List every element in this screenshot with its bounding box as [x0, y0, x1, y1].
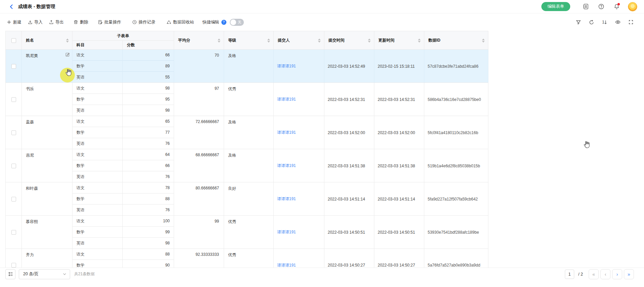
operation-log-button[interactable]: 操作记录: [132, 19, 155, 25]
row-checkbox[interactable]: [11, 97, 16, 102]
submitter-link[interactable]: 谭谭谭191: [277, 196, 296, 202]
refresh-icon[interactable]: [589, 20, 594, 25]
import-button[interactable]: 导入: [28, 19, 43, 25]
page-title: 成绩表 - 数据管理: [18, 4, 55, 10]
data-id-cell: 519b1a4e6d2f8c85038b015b: [424, 149, 488, 182]
submitter-link[interactable]: 谭谭谭191: [277, 63, 296, 69]
history-icon: [132, 20, 137, 24]
edit-form-button[interactable]: 编辑表单: [541, 2, 570, 11]
submit-time-cell: 2022-03-03 14:50:51: [324, 216, 374, 249]
data-id-cell: 586b4a736c16e7cd28875be0: [424, 83, 488, 116]
page-size-select[interactable]: 20 条/页: [19, 269, 70, 279]
new-button[interactable]: 新建: [7, 19, 21, 25]
student-name: 齐力: [26, 252, 34, 257]
average-cell: 99: [174, 216, 224, 249]
student-name: 凯尼昊: [26, 53, 38, 58]
recycle-bin-button[interactable]: 数据回收站: [166, 19, 194, 25]
header-update-time[interactable]: 更新时间: [374, 31, 424, 50]
score-column: 646676: [123, 149, 174, 182]
fullscreen-icon[interactable]: [629, 20, 633, 24]
student-name: 慕容熙: [26, 219, 38, 224]
bell-icon[interactable]: [613, 3, 620, 10]
export-button[interactable]: 导出: [49, 19, 64, 25]
pagination: 1 / 2 « ‹ › »: [565, 269, 634, 279]
subject-cell: 英语: [72, 72, 122, 83]
quick-edit-toggle[interactable]: 关: [230, 19, 244, 26]
row-checkbox[interactable]: [11, 164, 16, 168]
back-chevron-icon[interactable]: [8, 3, 15, 10]
score-cell: 95: [123, 94, 174, 105]
submitter-link[interactable]: 谭谭谭191: [277, 97, 296, 102]
row-height-icon[interactable]: [5, 269, 15, 279]
batch-operations-button[interactable]: 批量操作: [98, 19, 121, 25]
row-select-cell: [6, 249, 22, 268]
row-checkbox[interactable]: [11, 197, 16, 202]
row-checkbox[interactable]: [11, 64, 16, 69]
header-name[interactable]: 姓名: [22, 31, 72, 50]
help-icon[interactable]: [598, 3, 604, 10]
sort-icon[interactable]: [267, 39, 270, 43]
grade-cell: 优秀: [224, 249, 274, 268]
grade-cell: 优秀: [224, 216, 274, 249]
header-average[interactable]: 平均分: [174, 31, 224, 50]
delete-button[interactable]: 删除: [73, 19, 88, 25]
row-checkbox[interactable]: [11, 230, 16, 235]
submitter-link[interactable]: 谭谭谭191: [277, 263, 296, 268]
score-column: 788876: [123, 182, 174, 216]
sort-icon[interactable]: [418, 39, 421, 43]
subject-cell: 英语: [72, 105, 122, 116]
toolbar: 新建 导入 导出 删除 批量操作 操作记录 数据回收站 快捷编辑 ?: [0, 13, 644, 31]
subject-column: 语文数学英语: [72, 116, 123, 149]
score-cell: 100: [123, 216, 174, 227]
submitter-link[interactable]: 谭谭谭191: [277, 130, 296, 135]
contacts-icon[interactable]: [582, 3, 589, 10]
sort-order-icon[interactable]: 1: [602, 20, 607, 24]
subject-column: 语文数学英语: [72, 83, 123, 116]
sort-icon[interactable]: [482, 39, 485, 43]
score-cell: 98: [123, 83, 174, 94]
average-cell: 80.66666667: [174, 182, 224, 216]
header-data-id[interactable]: 数据ID: [424, 31, 488, 50]
subject-cell: 英语: [72, 205, 122, 216]
avatar[interactable]: [628, 2, 637, 11]
table-row: 盖聂 语文数学英语 657776 72.66666667 及格 谭谭谭191 2…: [5, 116, 488, 149]
name-cell: 吉尼: [22, 149, 72, 182]
grade-cell: 及格: [224, 50, 274, 83]
update-time-cell: 2022-03-03 14:50:51: [374, 216, 424, 249]
subject-cell: 数学: [72, 61, 122, 72]
row-checkbox[interactable]: [11, 130, 16, 135]
submitter-cell: 谭谭谭191: [274, 182, 324, 216]
submitter-link[interactable]: 谭谭谭191: [277, 229, 296, 235]
prev-page-button[interactable]: ‹: [600, 269, 610, 279]
last-page-button[interactable]: »: [624, 269, 634, 279]
subject-cell: 语文: [72, 50, 122, 61]
current-page-input[interactable]: 1: [565, 270, 574, 279]
submitter-link[interactable]: 谭谭谭191: [277, 163, 296, 169]
data-id-cell: 5a76fd7a527ab0e890b3a9dd: [424, 249, 488, 268]
filter-icon[interactable]: [576, 20, 581, 25]
header-submitter[interactable]: 提交人: [274, 31, 324, 50]
edit-icon[interactable]: [65, 52, 70, 58]
select-all-checkbox[interactable]: [11, 38, 16, 43]
question-circle-icon[interactable]: ?: [221, 20, 226, 25]
subject-cell: 数学: [72, 227, 122, 238]
first-page-button[interactable]: «: [589, 269, 599, 279]
header-grade[interactable]: 等级: [224, 31, 274, 50]
toggle-state-label: 关: [238, 19, 241, 26]
submit-time-cell: 2022-03-03 14:52:49: [324, 50, 374, 83]
bottom-bar: 20 条/页 共21条数据 1 / 2 « ‹ › »: [0, 268, 644, 280]
next-page-button[interactable]: ›: [612, 269, 622, 279]
row-checkbox[interactable]: [11, 263, 16, 268]
student-name: 吉尼: [26, 153, 34, 158]
score-column: 8890: [123, 249, 174, 268]
update-time-cell: 2022-03-03 14:51:14: [374, 182, 424, 216]
sort-icon[interactable]: [318, 39, 321, 43]
header-submit-time[interactable]: 提交时间: [324, 31, 374, 50]
sort-icon[interactable]: [368, 39, 371, 43]
eye-icon[interactable]: [615, 19, 621, 25]
header-score: 分数: [123, 41, 174, 50]
sort-icon[interactable]: [218, 39, 220, 43]
sort-icon[interactable]: [66, 39, 69, 43]
average-cell: 70: [174, 50, 224, 83]
recycle-icon: [166, 20, 171, 25]
